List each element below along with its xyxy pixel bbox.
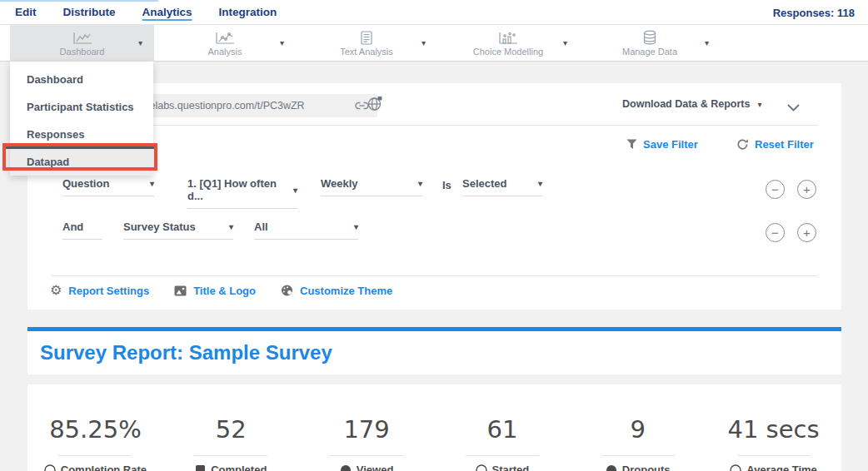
caret-down-icon: ▾ bbox=[538, 179, 542, 188]
title-logo-label: Title & Logo bbox=[193, 285, 256, 297]
gear-icon: ⚙ bbox=[50, 284, 62, 297]
stat-dropouts: 9 Dropouts bbox=[570, 415, 706, 471]
add-condition-button[interactable]: + bbox=[797, 223, 816, 242]
stat-completed: 52 Completed bbox=[163, 415, 299, 471]
module-toolbar: Dashboard ▾ Analysis ▾ Text Analysis ▾ C… bbox=[0, 25, 868, 62]
filter-operator-label: Is bbox=[442, 179, 451, 191]
clock-icon bbox=[44, 464, 56, 471]
remove-condition-button[interactable]: − bbox=[766, 180, 785, 199]
report-title: Survey Report: Sample Survey bbox=[40, 331, 332, 374]
stat-started: 61 Started bbox=[434, 415, 570, 471]
report-settings-label: Report Settings bbox=[68, 285, 149, 297]
filter-conjunction-select[interactable]: And bbox=[62, 221, 102, 240]
divider bbox=[51, 275, 818, 276]
report-title-card: Survey Report: Sample Survey bbox=[27, 327, 841, 374]
stat-value: 9 bbox=[570, 415, 706, 444]
globe-lock-icon[interactable] bbox=[367, 96, 383, 115]
filter-operator-select[interactable]: Selected ▾ bbox=[462, 177, 542, 196]
stat-average-time: 41 secs Average Time bbox=[706, 415, 841, 471]
menu-item-responses[interactable]: Responses bbox=[10, 121, 153, 148]
filter-status-field-select[interactable]: Survey Status ▾ bbox=[123, 221, 233, 240]
add-condition-button[interactable]: + bbox=[797, 180, 816, 199]
stat-label: Dropouts bbox=[622, 464, 671, 471]
filter-answer-select[interactable]: Weekly ▾ bbox=[321, 177, 422, 196]
bar-chart-icon bbox=[498, 31, 518, 45]
filter-field-value: Question bbox=[62, 177, 109, 190]
stat-label: Viewed bbox=[357, 464, 394, 471]
timer-icon bbox=[730, 464, 741, 471]
menu-item-dashboard[interactable]: Dashboard bbox=[10, 66, 153, 93]
palette-icon bbox=[281, 285, 293, 296]
survey-url-field[interactable]: /hivelabs.questionpro.com/t/PC3wZR bbox=[125, 94, 377, 117]
trend-chart-icon bbox=[215, 31, 235, 45]
filter-status-value: All bbox=[254, 221, 268, 233]
minus-icon: − bbox=[771, 182, 779, 196]
nav-tab-integration[interactable]: Integration bbox=[219, 6, 277, 18]
stat-label: Started bbox=[492, 464, 530, 471]
image-icon bbox=[174, 285, 187, 296]
customize-theme-button[interactable]: Customize Theme bbox=[281, 285, 392, 297]
save-filter-button[interactable]: Save Filter bbox=[626, 138, 698, 151]
filter-conjunction-value: And bbox=[62, 221, 83, 233]
nav-tab-distribute[interactable]: Distribute bbox=[63, 6, 116, 18]
dashboard-dropdown-menu: Dashboard Participant Statistics Respons… bbox=[10, 62, 153, 176]
filter-question-select[interactable]: 1. [Q1] How often d... ▾ bbox=[187, 177, 297, 209]
module-choice-modelling[interactable]: Choice Modelling ▾ bbox=[437, 25, 579, 62]
reset-filter-button[interactable]: Reset Filter bbox=[736, 138, 814, 151]
menu-item-datapad[interactable]: Datapad bbox=[10, 148, 153, 176]
menu-item-participant-statistics[interactable]: Participant Statistics bbox=[10, 93, 153, 121]
nav-tab-analytics[interactable]: Analytics bbox=[142, 6, 192, 18]
module-label: Manage Data bbox=[622, 47, 677, 57]
eye-icon bbox=[340, 464, 352, 471]
filter-status-value-select[interactable]: All ▾ bbox=[254, 221, 358, 240]
remove-condition-button[interactable]: − bbox=[766, 223, 785, 242]
filter-status-field-value: Survey Status bbox=[123, 221, 196, 233]
nav-tab-edit[interactable]: Edit bbox=[15, 6, 37, 18]
caret-down-icon: ▾ bbox=[293, 186, 297, 195]
collapse-chevron-icon[interactable] bbox=[787, 100, 800, 115]
stat-value: 85.25% bbox=[27, 415, 163, 444]
responses-count[interactable]: Responses: 118 bbox=[773, 0, 855, 25]
stat-value: 52 bbox=[163, 415, 299, 444]
stat-divider bbox=[58, 455, 132, 456]
caret-down-icon[interactable]: ▾ bbox=[563, 38, 567, 47]
caret-down-icon[interactable]: ▾ bbox=[422, 38, 426, 47]
report-settings-button[interactable]: ⚙ Report Settings bbox=[50, 284, 149, 297]
download-data-reports-dropdown[interactable]: Download Data & Reports ▾ bbox=[622, 95, 762, 113]
dropout-icon bbox=[606, 464, 617, 471]
stat-value: 61 bbox=[434, 415, 570, 444]
customize-theme-label: Customize Theme bbox=[300, 285, 392, 297]
stat-label: Completed bbox=[211, 464, 267, 471]
module-dashboard[interactable]: Dashboard ▾ bbox=[10, 25, 154, 62]
title-logo-button[interactable]: Title & Logo bbox=[174, 285, 256, 297]
stat-divider bbox=[737, 455, 811, 456]
caret-down-icon: ▾ bbox=[354, 222, 358, 231]
minus-icon: − bbox=[771, 226, 779, 240]
stat-label: Completion Rate bbox=[61, 464, 147, 471]
caret-down-icon[interactable]: ▾ bbox=[138, 38, 142, 47]
funnel-icon bbox=[626, 139, 637, 150]
module-label: Choice Modelling bbox=[473, 47, 543, 57]
survey-url[interactable]: /hivelabs.questionpro.com/t/PC3wZR bbox=[133, 100, 348, 112]
database-icon bbox=[642, 31, 657, 45]
top-nav: Edit Distribute Analytics Integration Re… bbox=[0, 0, 868, 25]
caret-down-icon[interactable]: ▾ bbox=[705, 38, 709, 47]
caret-down-icon[interactable]: ▾ bbox=[280, 38, 284, 47]
filter-field-select[interactable]: Question ▾ bbox=[62, 177, 154, 196]
play-circle-icon bbox=[476, 464, 487, 471]
module-manage-data[interactable]: Manage Data ▾ bbox=[579, 25, 721, 62]
report-tools-row: ⚙ Report Settings Title & Logo Customize… bbox=[50, 284, 392, 297]
stat-value: 41 secs bbox=[706, 415, 841, 444]
caret-down-icon: ▾ bbox=[418, 179, 422, 188]
download-label: Download Data & Reports bbox=[622, 98, 751, 110]
line-chart-icon bbox=[72, 31, 92, 45]
stat-value: 179 bbox=[299, 415, 435, 444]
filter-question-value: 1. [Q1] How often d... bbox=[187, 177, 288, 202]
caret-down-icon: ▾ bbox=[229, 222, 233, 231]
module-analysis[interactable]: Analysis ▾ bbox=[154, 25, 296, 62]
caret-down-icon: ▾ bbox=[150, 179, 154, 188]
module-text-analysis[interactable]: Text Analysis ▾ bbox=[296, 25, 437, 62]
stat-label: Average Time bbox=[746, 464, 817, 471]
stat-divider bbox=[194, 455, 267, 456]
save-filter-label: Save Filter bbox=[643, 138, 698, 151]
